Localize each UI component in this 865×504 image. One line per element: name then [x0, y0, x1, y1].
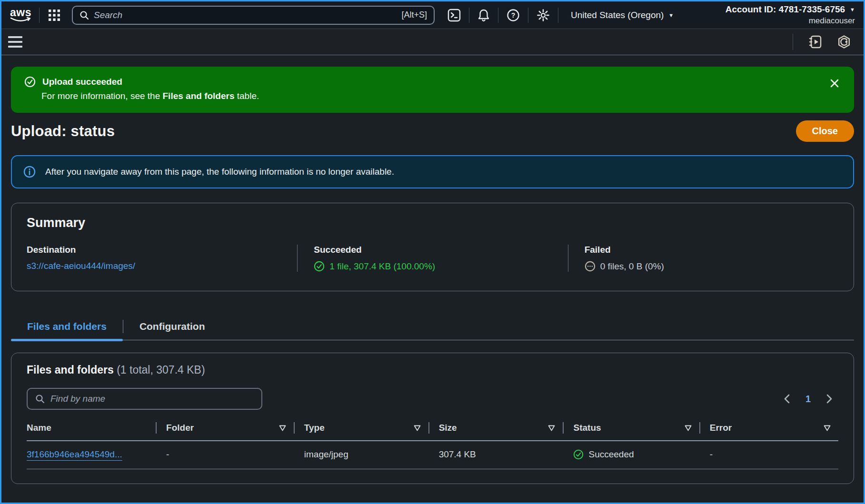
success-flashbar: Upload succeeded For more information, s…	[11, 67, 854, 113]
global-search-input[interactable]: Search [Alt+S]	[72, 6, 435, 25]
notebook-play-icon	[808, 35, 823, 49]
chevron-left-icon	[783, 394, 791, 404]
find-by-name-search[interactable]	[27, 388, 262, 410]
summary-succeeded: Succeeded 1 file, 307.4 KB (100.00%)	[297, 245, 567, 272]
filter-triangle-icon[interactable]	[685, 425, 692, 431]
info-alert: After you navigate away from this page, …	[11, 155, 854, 188]
search-icon	[80, 10, 89, 20]
tutorials-panel-button[interactable]	[803, 35, 828, 49]
column-header-error[interactable]: Error	[710, 423, 838, 433]
apps-grid-icon	[48, 9, 60, 21]
column-divider	[699, 422, 700, 434]
settings-button[interactable]	[528, 9, 558, 22]
column-divider	[428, 422, 429, 434]
region-label: United States (Oregon)	[571, 10, 664, 20]
tab-files-and-folders[interactable]: Files and folders	[11, 316, 123, 340]
hexagon-circle-icon	[837, 35, 851, 49]
files-table-count: (1 total, 307.4 KB)	[117, 364, 205, 376]
aws-logo-text: aws	[10, 8, 31, 17]
search-shortcut-hint: [Alt+S]	[401, 10, 427, 20]
pending-ellipsis-icon	[585, 261, 596, 272]
info-alert-text: After you navigate away from this page, …	[45, 167, 394, 177]
region-selector[interactable]: United States (Oregon) ▼	[558, 10, 686, 20]
table-header-row: Name Folder Type	[27, 422, 838, 441]
success-check-icon	[573, 449, 584, 460]
failed-value: 0 files, 0 B (0%)	[600, 261, 664, 272]
column-header-size[interactable]: Size	[439, 423, 563, 433]
column-header-folder[interactable]: Folder	[166, 423, 294, 433]
current-page-number[interactable]: 1	[805, 394, 811, 405]
previous-page-button[interactable]	[781, 392, 793, 406]
services-menu-button[interactable]	[40, 9, 69, 21]
close-icon	[829, 78, 840, 89]
file-status-text: Succeeded	[588, 449, 634, 460]
pagination: 1	[781, 392, 838, 406]
summary-failed: Failed 0 files, 0 B (0%)	[568, 245, 838, 272]
flash-title: Upload succeeded	[42, 77, 122, 87]
tab-configuration[interactable]: Configuration	[123, 316, 221, 340]
table-row: 3f166b946ea494549d... - image/jpeg 307.4…	[27, 441, 838, 469]
column-divider	[294, 422, 295, 434]
navbar-separator	[793, 34, 793, 50]
navbar-right-tools	[793, 34, 857, 50]
file-type-cell: image/jpeg	[304, 449, 428, 460]
destination-link[interactable]: s3://cafe-aeiou444/images/	[27, 261, 135, 271]
service-navigation-bar	[1, 29, 864, 55]
close-button[interactable]: Close	[796, 120, 854, 142]
main-content: Upload succeeded For more information, s…	[1, 55, 864, 484]
column-header-status[interactable]: Status	[573, 423, 699, 433]
search-placeholder: Search	[94, 10, 397, 20]
terminal-icon	[447, 9, 461, 22]
next-page-button[interactable]	[823, 392, 835, 406]
chevron-right-icon	[825, 394, 834, 404]
column-header-type[interactable]: Type	[304, 423, 428, 433]
file-size-cell: 307.4 KB	[439, 449, 563, 460]
question-circle-icon: ?	[507, 9, 520, 22]
filter-triangle-icon[interactable]	[414, 425, 421, 431]
account-id-dropdown[interactable]: Account ID: 4781-7335-6756 ▼	[726, 4, 855, 15]
summary-card: Summary Destination s3://cafe-aeiou444/i…	[11, 203, 854, 291]
column-header-name[interactable]: Name	[27, 423, 156, 433]
aws-smile-icon	[10, 17, 31, 23]
tab-bar: Files and folders Configuration	[11, 316, 854, 340]
table-controls: 1	[27, 388, 838, 410]
svg-text:?: ?	[511, 11, 516, 19]
cloudshell-button[interactable]	[439, 9, 469, 22]
gear-icon	[537, 9, 550, 22]
succeeded-value: 1 file, 307.4 KB (100.00%)	[329, 261, 435, 272]
filter-triangle-icon[interactable]	[548, 425, 555, 431]
aws-logo[interactable]: aws	[10, 8, 31, 23]
chevron-down-icon: ▼	[668, 12, 674, 18]
page-title: Upload: status	[11, 123, 115, 140]
page-header: Upload: status Close	[11, 120, 854, 142]
shortcuts-panel-button[interactable]	[831, 35, 857, 49]
success-check-icon	[24, 76, 36, 88]
filter-triangle-icon[interactable]	[279, 425, 286, 431]
file-folder-cell: -	[166, 449, 294, 460]
column-divider	[563, 422, 564, 434]
hamburger-icon	[8, 36, 22, 38]
account-id-label: Account ID: 4781-7335-6756	[726, 4, 845, 15]
summary-destination: Destination s3://cafe-aeiou444/images/	[27, 245, 297, 272]
notifications-button[interactable]	[469, 9, 498, 22]
top-navigation-bar: aws Search [Alt+S]	[1, 1, 864, 29]
failed-label: Failed	[585, 245, 827, 255]
help-button[interactable]: ?	[498, 9, 528, 22]
files-table-title: Files and folders (1 total, 307.4 KB)	[27, 364, 838, 376]
info-icon	[23, 166, 36, 178]
file-status-cell: Succeeded	[573, 449, 699, 460]
account-username: mediacouser	[809, 16, 855, 26]
success-check-icon	[314, 261, 325, 272]
topbar-utility-icons: ?	[439, 8, 558, 23]
column-divider	[156, 422, 157, 434]
file-name-link[interactable]: 3f166b946ea494549d...	[27, 449, 122, 460]
summary-grid: Destination s3://cafe-aeiou444/images/ S…	[27, 245, 838, 272]
filter-triangle-icon[interactable]	[824, 425, 831, 431]
flash-message: For more information, see the Files and …	[41, 91, 825, 101]
succeeded-label: Succeeded	[314, 245, 556, 255]
destination-label: Destination	[27, 245, 286, 255]
find-by-name-input[interactable]	[50, 394, 254, 404]
flash-dismiss-button[interactable]	[827, 76, 842, 92]
search-icon	[35, 394, 45, 404]
sidebar-toggle-button[interactable]	[8, 34, 22, 49]
